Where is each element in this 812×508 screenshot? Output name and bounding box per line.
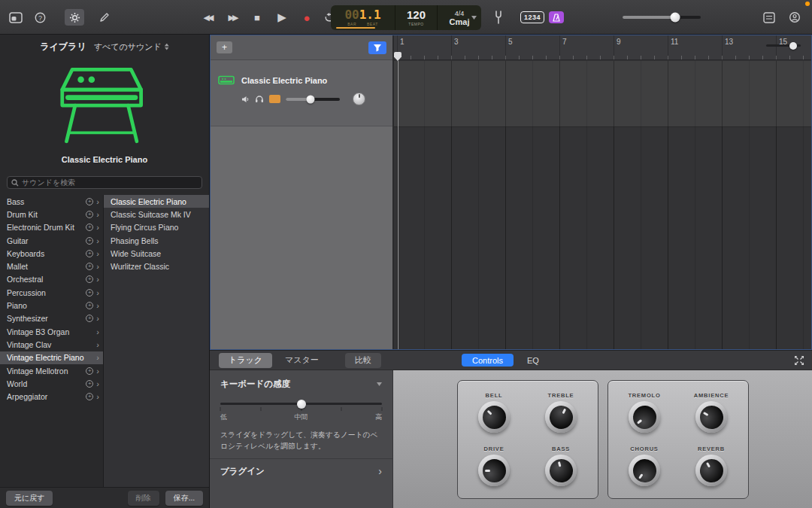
- tab-track[interactable]: トラック: [219, 353, 272, 368]
- zoom-slider[interactable]: [766, 44, 801, 47]
- patch-item[interactable]: Classic Suitcase Mk IV: [104, 208, 209, 221]
- category-item[interactable]: Percussion: [0, 286, 103, 299]
- note-pad-icon[interactable]: [759, 9, 779, 26]
- patch-item[interactable]: Wurlitzer Classic: [104, 260, 209, 272]
- add-plus-icon[interactable]: [86, 224, 93, 231]
- play-button[interactable]: [274, 11, 289, 24]
- patch-item[interactable]: Wide Suitcase: [104, 247, 209, 260]
- knob-control[interactable]: TREBLE: [528, 386, 595, 440]
- patch-item[interactable]: Phasing Bells: [104, 234, 209, 247]
- lcd-chevron-down-icon[interactable]: [471, 16, 477, 20]
- zoom-thumb[interactable]: [789, 42, 797, 50]
- category-item[interactable]: Vintage Mellotron: [0, 364, 103, 377]
- add-plus-icon[interactable]: [86, 289, 93, 297]
- pan-knob[interactable]: [353, 93, 365, 105]
- tab-eq[interactable]: EQ: [517, 354, 550, 367]
- playhead-handle[interactable]: [394, 52, 401, 61]
- add-plus-icon[interactable]: [86, 367, 93, 375]
- category-item[interactable]: Bass: [0, 195, 103, 208]
- category-item[interactable]: Vintage Clav: [0, 338, 103, 351]
- plugins-row[interactable]: プラグイン: [220, 465, 382, 477]
- lcd-key-section[interactable]: 4/4 Cmaj: [438, 5, 481, 30]
- knob-control[interactable]: CHORUS: [611, 440, 678, 493]
- patch-item[interactable]: Flying Circus Piano: [104, 221, 209, 234]
- knob-control[interactable]: BELL: [461, 386, 528, 440]
- tab-controls[interactable]: Controls: [462, 354, 514, 367]
- add-plus-icon[interactable]: [86, 393, 93, 400]
- quick-help-icon[interactable]: ?: [30, 9, 50, 26]
- mute-speaker-icon[interactable]: [241, 96, 250, 103]
- settings-gear-icon[interactable]: [65, 9, 84, 26]
- knob[interactable]: [478, 401, 510, 433]
- track-filter-button[interactable]: [368, 41, 386, 54]
- knob-control[interactable]: DRIVE: [461, 440, 528, 493]
- category-item[interactable]: Arpeggiator: [0, 390, 103, 403]
- knob[interactable]: [629, 455, 660, 486]
- category-item[interactable]: Vintage B3 Organ: [0, 325, 103, 338]
- sound-search-input[interactable]: [22, 178, 198, 187]
- detach-controls-icon[interactable]: [794, 355, 804, 366]
- collapse-chevron-icon[interactable]: [377, 382, 382, 386]
- master-volume-slider[interactable]: [623, 16, 701, 19]
- add-plus-icon[interactable]: [86, 263, 93, 270]
- category-item[interactable]: Electronic Drum Kit: [0, 221, 103, 234]
- add-plus-icon[interactable]: [86, 250, 93, 257]
- stop-button[interactable]: [250, 12, 265, 23]
- input-badge[interactable]: [269, 95, 280, 103]
- add-plus-icon[interactable]: [86, 198, 93, 205]
- category-item[interactable]: Synthesizer: [0, 312, 103, 325]
- category-item[interactable]: Guitar: [0, 234, 103, 247]
- knob[interactable]: [545, 401, 577, 433]
- knob[interactable]: [478, 455, 510, 486]
- sensitivity-thumb[interactable]: [297, 400, 306, 409]
- track-volume-slider[interactable]: [286, 98, 340, 101]
- category-item[interactable]: World: [0, 377, 103, 390]
- fast-forward-button[interactable]: [225, 13, 240, 23]
- delete-button[interactable]: 削除: [128, 491, 159, 506]
- timeline-ruler[interactable]: 13579111315: [394, 35, 811, 60]
- rewind-button[interactable]: [200, 13, 215, 23]
- playhead[interactable]: [394, 52, 401, 349]
- save-button[interactable]: 保存...: [165, 491, 203, 506]
- add-plus-icon[interactable]: [86, 211, 93, 218]
- add-plus-icon[interactable]: [86, 380, 93, 388]
- search-box[interactable]: [7, 176, 202, 189]
- library-toggle-icon[interactable]: [6, 9, 26, 26]
- category-item[interactable]: Piano: [0, 299, 103, 312]
- knob-control[interactable]: TREMOLO: [611, 386, 678, 440]
- add-plus-icon[interactable]: [86, 315, 93, 322]
- tab-master[interactable]: マスター: [275, 353, 329, 368]
- add-plus-icon[interactable]: [86, 275, 93, 283]
- knob-control[interactable]: AMBIENCE: [678, 386, 745, 440]
- add-track-button[interactable]: +: [217, 41, 232, 53]
- sensitivity-header[interactable]: キーボードの感度: [220, 379, 382, 390]
- volume-thumb[interactable]: [670, 13, 680, 23]
- knob-control[interactable]: BASS: [528, 440, 595, 493]
- sound-filter-dropdown[interactable]: すべてのサウンド: [94, 41, 169, 53]
- undo-button[interactable]: 元に戻す: [6, 491, 53, 506]
- category-item[interactable]: Keyboards: [0, 247, 103, 260]
- tuning-fork-icon[interactable]: [489, 9, 508, 26]
- arrange-grid[interactable]: [394, 61, 811, 349]
- category-item[interactable]: Drum Kit: [0, 208, 103, 221]
- compare-button[interactable]: 比較: [345, 353, 381, 368]
- category-item[interactable]: Mallet: [0, 260, 103, 272]
- patch-item[interactable]: Classic Electric Piano: [104, 195, 209, 208]
- lcd-position-section[interactable]: 001.1 BARBEAT: [331, 5, 395, 30]
- add-plus-icon[interactable]: [86, 237, 93, 245]
- track-header[interactable]: Classic Electric Piano: [211, 60, 392, 126]
- knob[interactable]: [545, 455, 577, 486]
- sensitivity-slider[interactable]: [220, 403, 382, 405]
- knob[interactable]: [695, 455, 727, 486]
- solo-headphones-icon[interactable]: [255, 95, 264, 103]
- lcd-tempo-section[interactable]: 120 TEMPO: [395, 5, 438, 30]
- knob[interactable]: [695, 401, 727, 433]
- knob[interactable]: [629, 401, 660, 433]
- category-item[interactable]: Vintage Electric Piano: [0, 351, 103, 364]
- edit-pencil-icon[interactable]: [95, 9, 114, 26]
- metronome-button[interactable]: [549, 11, 564, 23]
- lcd-display[interactable]: 001.1 BARBEAT 120 TEMPO 4/4 Cmaj: [331, 5, 481, 30]
- track-volume-thumb[interactable]: [307, 95, 315, 103]
- track-lane[interactable]: [394, 61, 811, 127]
- record-button[interactable]: [299, 11, 314, 24]
